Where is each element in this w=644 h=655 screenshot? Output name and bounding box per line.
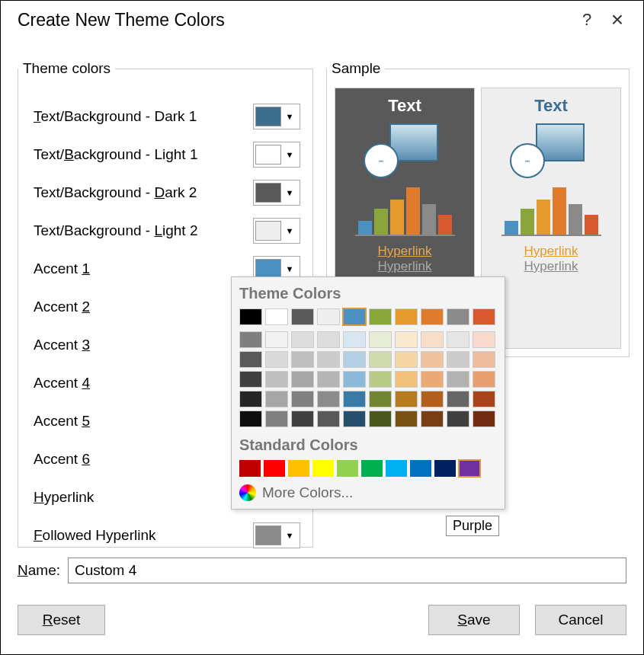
theme-color-swatch[interactable] <box>447 308 469 325</box>
standard-color-swatch[interactable] <box>239 460 261 477</box>
name-row: Name: <box>18 558 626 583</box>
standard-color-swatch[interactable] <box>434 460 456 477</box>
theme-shade-swatch[interactable] <box>265 331 288 348</box>
theme-shade-swatch[interactable] <box>447 331 469 348</box>
theme-shade-swatch[interactable] <box>343 411 366 427</box>
help-icon[interactable]: ? <box>572 8 602 31</box>
theme-color-swatch[interactable] <box>343 308 366 325</box>
theme-shade-swatch[interactable] <box>421 371 444 388</box>
color-swatch-dropdown[interactable]: ▼ <box>253 142 300 168</box>
theme-color-swatch[interactable] <box>473 308 495 325</box>
theme-color-swatch[interactable] <box>395 308 418 325</box>
theme-shade-swatch[interactable] <box>291 351 314 368</box>
theme-shade-swatch[interactable] <box>473 391 495 407</box>
color-slot-label: Accent 5 <box>34 413 253 430</box>
dialog-title: Create New Theme Colors <box>18 10 572 30</box>
color-slot-row: Followed Hyperlink▼ <box>34 520 300 551</box>
theme-shade-swatch[interactable] <box>369 391 392 407</box>
sample-text-label: Text <box>534 96 568 116</box>
theme-color-swatch[interactable] <box>421 308 444 325</box>
color-slot-label: Followed Hyperlink <box>34 527 253 544</box>
theme-shade-swatch[interactable] <box>473 331 495 348</box>
sample-shapes: ┉ <box>505 123 597 177</box>
theme-shade-swatch[interactable] <box>473 411 495 427</box>
standard-color-swatch[interactable] <box>386 460 407 477</box>
color-swatch-dropdown[interactable]: ▼ <box>253 104 300 129</box>
theme-shade-swatch[interactable] <box>317 391 340 407</box>
theme-color-swatch[interactable] <box>369 308 392 325</box>
color-slot-label: Accent 4 <box>34 375 253 391</box>
theme-shade-swatch[interactable] <box>317 331 340 348</box>
standard-color-swatch[interactable] <box>337 460 358 477</box>
color-swatch-dropdown[interactable]: ▼ <box>253 180 300 206</box>
theme-shade-swatch[interactable] <box>369 371 392 388</box>
chevron-down-icon: ▼ <box>281 264 298 273</box>
theme-shade-swatch[interactable] <box>239 371 262 388</box>
theme-color-swatch[interactable] <box>239 308 262 325</box>
theme-shade-swatch[interactable] <box>473 351 495 368</box>
theme-shade-swatch[interactable] <box>291 331 314 348</box>
theme-shade-swatch[interactable] <box>369 411 392 427</box>
theme-shade-swatch[interactable] <box>447 411 469 427</box>
theme-shade-swatch[interactable] <box>421 391 444 407</box>
theme-shade-swatch[interactable] <box>343 331 366 348</box>
theme-shade-swatch[interactable] <box>317 411 340 427</box>
standard-color-swatch[interactable] <box>459 460 480 477</box>
theme-shade-swatch[interactable] <box>265 411 288 427</box>
theme-color-swatch[interactable] <box>265 308 288 325</box>
theme-shade-swatch[interactable] <box>369 331 392 348</box>
standard-color-swatch[interactable] <box>361 460 383 477</box>
theme-shade-swatch[interactable] <box>447 371 469 388</box>
theme-shade-swatch[interactable] <box>343 391 366 407</box>
standard-color-swatch[interactable] <box>312 460 334 477</box>
chevron-down-icon: ▼ <box>281 226 298 235</box>
chevron-down-icon: ▼ <box>281 531 298 540</box>
theme-shade-swatch[interactable] <box>265 391 288 407</box>
more-colors-button[interactable]: More Colors... <box>239 484 497 501</box>
sample-hyperlink: Hyperlink <box>378 244 432 259</box>
standard-color-swatch[interactable] <box>264 460 285 477</box>
theme-shade-swatch[interactable] <box>343 371 366 388</box>
theme-shade-swatch[interactable] <box>239 391 262 407</box>
button-row: Reset Save Cancel <box>18 605 626 635</box>
cancel-button[interactable]: Cancel <box>535 605 626 635</box>
sample-followed-hyperlink: Hyperlink <box>524 259 578 274</box>
theme-shade-swatch[interactable] <box>317 371 340 388</box>
theme-shade-swatch[interactable] <box>421 331 444 348</box>
theme-shade-swatch[interactable] <box>317 351 340 368</box>
theme-shade-swatch[interactable] <box>369 351 392 368</box>
theme-shade-swatch[interactable] <box>239 351 262 368</box>
theme-shade-swatch[interactable] <box>265 351 288 368</box>
theme-shade-swatch[interactable] <box>395 371 418 388</box>
reset-button[interactable]: Reset <box>18 605 105 635</box>
theme-shade-swatch[interactable] <box>421 411 444 427</box>
theme-shade-swatch[interactable] <box>447 391 469 407</box>
standard-color-swatch[interactable] <box>410 460 431 477</box>
theme-shade-swatch[interactable] <box>395 331 418 348</box>
save-button[interactable]: Save <box>428 605 520 635</box>
theme-shade-swatch[interactable] <box>291 391 314 407</box>
theme-color-swatch[interactable] <box>317 308 340 325</box>
theme-shade-swatch[interactable] <box>395 391 418 407</box>
theme-color-swatch[interactable] <box>291 308 314 325</box>
theme-shade-swatch[interactable] <box>239 331 262 348</box>
theme-shade-swatch[interactable] <box>239 411 262 427</box>
standard-color-swatch[interactable] <box>288 460 309 477</box>
theme-shade-swatch[interactable] <box>343 351 366 368</box>
theme-shade-swatch[interactable] <box>447 351 469 368</box>
name-input[interactable] <box>68 558 626 583</box>
color-swatch-dropdown[interactable]: ▼ <box>253 218 300 244</box>
color-slot-label: Text/Background - Dark 2 <box>34 184 253 201</box>
close-icon[interactable]: × <box>602 8 633 31</box>
color-swatch-dropdown[interactable]: ▼ <box>253 522 300 548</box>
theme-shade-swatch[interactable] <box>395 351 418 368</box>
theme-shade-swatch[interactable] <box>291 371 314 388</box>
color-slot-label: Accent 2 <box>34 299 253 315</box>
color-swatch <box>255 145 281 165</box>
color-swatch <box>255 221 281 241</box>
theme-shade-swatch[interactable] <box>473 371 495 388</box>
theme-shade-swatch[interactable] <box>395 411 418 427</box>
theme-shade-swatch[interactable] <box>421 351 444 368</box>
theme-shade-swatch[interactable] <box>265 371 288 388</box>
theme-shade-swatch[interactable] <box>291 411 314 427</box>
